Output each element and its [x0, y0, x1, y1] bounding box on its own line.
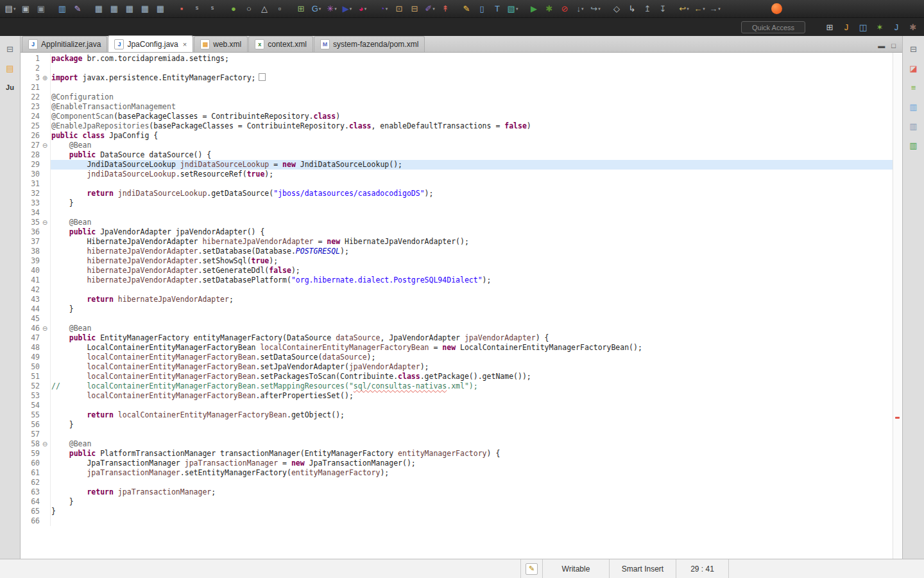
- expand-all-icon[interactable]: ↧: [655, 2, 671, 16]
- open-folder-icon[interactable]: ⊡: [391, 2, 407, 16]
- run-circle-icon[interactable]: ●: [226, 2, 241, 16]
- code-line-23[interactable]: 23@EnableTransactionManagement: [21, 102, 893, 112]
- task-list-min-icon[interactable]: ◪: [907, 62, 921, 74]
- tab-contextxml[interactable]: xcontext.xml: [248, 36, 313, 52]
- fold-collapse-icon[interactable]: ⊖: [40, 218, 51, 227]
- code-line-65[interactable]: 65}: [21, 507, 893, 516]
- overview-ruler[interactable]: [893, 53, 902, 559]
- maximize-editor-icon[interactable]: □: [891, 42, 896, 49]
- debug-perspective-icon[interactable]: ✱: [905, 20, 921, 34]
- project-explorer-min-icon[interactable]: ▤: [3, 62, 17, 74]
- code-line-50[interactable]: 50 localContainerEntityManagerFactoryBea…: [21, 362, 893, 372]
- grid-hash-icon[interactable]: ⊞: [293, 2, 309, 16]
- db-table-key-icon[interactable]: ▦: [122, 2, 137, 16]
- code-line-34[interactable]: 34: [21, 208, 893, 218]
- code-line-35[interactable]: 35⊖ @Bean: [21, 218, 893, 227]
- debug-config-icon[interactable]: ✱: [542, 2, 557, 16]
- javaee-perspective-icon[interactable]: J: [838, 20, 855, 34]
- restore-right-views-icon[interactable]: ⊟: [907, 42, 921, 55]
- fold-collapse-icon[interactable]: ⊖: [40, 324, 51, 333]
- open-type-icon[interactable]: ◇: [609, 2, 624, 16]
- code-line-22[interactable]: 22@Configuration: [21, 92, 893, 102]
- code-line-56[interactable]: 56 }: [21, 420, 893, 430]
- code-line-25[interactable]: 25@EnableJpaRepositories(basePackageClas…: [21, 121, 893, 131]
- circle-outline-icon[interactable]: ○: [241, 2, 257, 16]
- db-table-new-icon[interactable]: ▦: [91, 2, 107, 16]
- code-line-37[interactable]: 37 HibernateJpaVendorAdapter hibernateJp…: [21, 237, 893, 247]
- code-line-30[interactable]: 30 jndiDataSourceLookup.setResourceRef(t…: [21, 170, 893, 179]
- console-min-icon[interactable]: ▥: [907, 100, 921, 113]
- code-line-53[interactable]: 53 localContainerEntityManagerFactoryBea…: [21, 391, 893, 401]
- servers-min-icon[interactable]: ▥: [907, 139, 921, 152]
- code-line-60[interactable]: 60 JpaTransactionManager jpaTransactionM…: [21, 459, 893, 468]
- code-line-64[interactable]: 64 }: [21, 497, 893, 507]
- run-node-icon[interactable]: ▶▾: [339, 2, 355, 16]
- import-folder-icon[interactable]: ⊟: [407, 2, 422, 16]
- code-line-2[interactable]: 2: [21, 64, 893, 73]
- code-line-39[interactable]: 39 hibernateJpaVendorAdapter.setShowSql(…: [21, 256, 893, 266]
- code-line-3[interactable]: 3⊕import javax.persistence.EntityManager…: [21, 73, 893, 83]
- back-icon[interactable]: ←▾: [692, 2, 707, 16]
- code-line-59[interactable]: 59 public PlatformTransactionManager tra…: [21, 449, 893, 459]
- db-table-index-icon[interactable]: ▦: [137, 2, 153, 16]
- quick-access-button[interactable]: Quick Access: [741, 21, 805, 33]
- code-line-57[interactable]: 57: [21, 430, 893, 439]
- collapsed-region-icon[interactable]: [259, 73, 266, 81]
- code-line-27[interactable]: 27⊖ @Bean: [21, 141, 893, 150]
- code-line-52[interactable]: 52// localContainerEntityManagerFactoryB…: [21, 381, 893, 391]
- fold-collapse-icon[interactable]: ⊖: [40, 141, 51, 150]
- square-outline-icon[interactable]: ▫: [272, 2, 287, 16]
- code-line-28[interactable]: 28 public DataSource dataSource() {: [21, 150, 893, 160]
- stop-small-icon[interactable]: ▪: [174, 2, 189, 16]
- code-line-21[interactable]: 21: [21, 83, 893, 92]
- code-line-41[interactable]: 41 hibernateJpaVendorAdapter.setDatabase…: [21, 276, 893, 285]
- restore-left-views-icon[interactable]: ⊟: [3, 42, 17, 55]
- tab-webxml[interactable]: ▤web.xml: [194, 36, 248, 52]
- superscript-s1-icon[interactable]: ˢ: [189, 2, 205, 16]
- step-into-icon[interactable]: ↓▾: [572, 2, 588, 16]
- outline-min-icon[interactable]: ≡: [907, 81, 921, 94]
- antenna-icon[interactable]: ↟: [438, 2, 453, 16]
- code-line-38[interactable]: 38 hibernateJpaVendorAdapter.setDatabase…: [21, 247, 893, 256]
- user-avatar[interactable]: [771, 3, 782, 14]
- code-line-49[interactable]: 49 localContainerEntityManagerFactoryBea…: [21, 353, 893, 362]
- run-icon[interactable]: ▶: [526, 2, 542, 16]
- web-service-icon[interactable]: G▾: [309, 2, 324, 16]
- step-over-icon[interactable]: ↪▾: [588, 2, 603, 16]
- tab-pomxml[interactable]: Msystem-fazenda/pom.xml: [314, 36, 425, 52]
- fold-expand-icon[interactable]: ⊕: [40, 73, 51, 83]
- code-line-42[interactable]: 42: [21, 285, 893, 295]
- new-wizard-icon[interactable]: ▤▾: [3, 2, 18, 16]
- magic-wand-icon[interactable]: ✐▾: [422, 2, 438, 16]
- explore-data-icon[interactable]: ◔▾: [376, 2, 391, 16]
- tab-jpaconfig[interactable]: JJpaConfig.java×: [108, 35, 193, 52]
- spring-perspective-icon[interactable]: ✶: [871, 20, 888, 34]
- db-table-add-icon[interactable]: ▦: [107, 2, 122, 16]
- code-line-46[interactable]: 46⊖ @Bean: [21, 324, 893, 333]
- console-view-icon[interactable]: ▥: [55, 2, 70, 16]
- quality-check-icon[interactable]: ◕▾: [355, 2, 370, 16]
- code-line-63[interactable]: 63 return jpaTransactionManager;: [21, 487, 893, 497]
- call-hierarchy-icon[interactable]: ↳: [624, 2, 640, 16]
- terminate-icon[interactable]: ⊘: [557, 2, 572, 16]
- highlighter-icon[interactable]: ✎: [459, 2, 474, 16]
- collapse-all-icon[interactable]: ↥: [640, 2, 655, 16]
- fold-collapse-icon[interactable]: ⊖: [40, 439, 51, 449]
- problems-min-icon[interactable]: ▥: [907, 119, 921, 132]
- code-line-32[interactable]: 32 return jndiDataSourceLookup.getDataSo…: [21, 189, 893, 198]
- minimize-editor-icon[interactable]: ▬: [878, 42, 885, 49]
- tab-appinitializer[interactable]: JAppInitializer.java: [22, 36, 107, 52]
- undo-edit-icon[interactable]: ↩▾: [676, 2, 692, 16]
- code-line-44[interactable]: 44 }: [21, 304, 893, 314]
- code-line-54[interactable]: 54: [21, 401, 893, 410]
- code-line-43[interactable]: 43 return hibernateJpaVendorAdapter;: [21, 295, 893, 304]
- code-line-29[interactable]: 29 JndiDataSourceLookup jndiDataSourceLo…: [21, 160, 893, 170]
- text-tool-icon[interactable]: T: [490, 2, 505, 16]
- insert-mode-status[interactable]: Smart Insert: [609, 559, 676, 578]
- code-line-36[interactable]: 36 public JpaVendorAdapter jpaVendorAdap…: [21, 227, 893, 237]
- code-line-26[interactable]: 26public class JpaConfig {: [21, 131, 893, 141]
- java-search-icon[interactable]: ✎: [70, 2, 85, 16]
- java-perspective-icon[interactable]: J: [888, 20, 905, 34]
- jpa-perspective-icon[interactable]: ◫: [855, 20, 871, 34]
- code-line-24[interactable]: 24@ComponentScan(basePackageClasses = Co…: [21, 112, 893, 121]
